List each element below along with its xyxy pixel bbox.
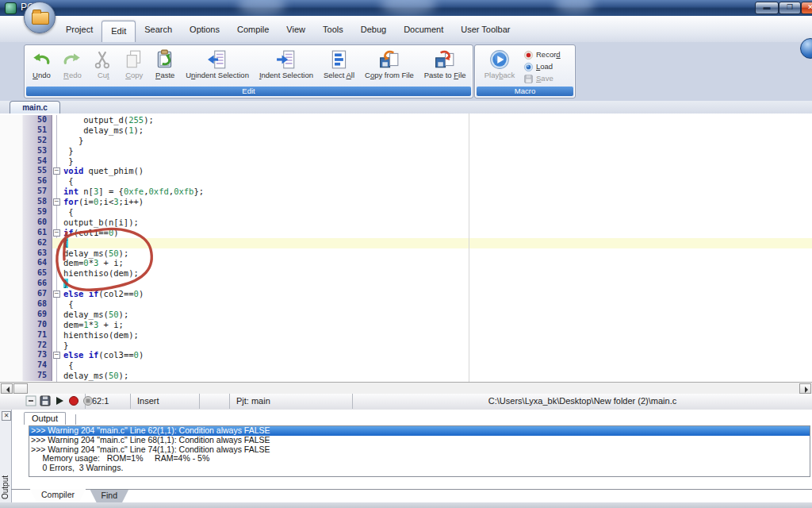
scroll-right-button[interactable] bbox=[799, 383, 811, 394]
close-output-icon[interactable]: ✕ bbox=[2, 411, 11, 421]
fold-margin bbox=[52, 146, 63, 156]
horizontal-scrollbar[interactable] bbox=[0, 382, 812, 394]
insert-mode: Insert bbox=[131, 394, 200, 409]
code-line-65[interactable]: 65hienthiso(dem); bbox=[0, 268, 812, 279]
code-line-50[interactable]: 50 output_d(255); bbox=[0, 115, 812, 125]
menu-tab-project[interactable]: Project bbox=[57, 21, 102, 37]
output-tab[interactable]: Output bbox=[24, 412, 66, 425]
menu-tab-user-toolbar[interactable]: User Toolbar bbox=[452, 21, 519, 37]
minimize-button[interactable]: ▬ bbox=[755, 2, 779, 14]
code-line-72[interactable]: 72} bbox=[0, 341, 812, 351]
compiler-message[interactable]: Memory usage: ROM=1% RAM=4% - 5% bbox=[29, 454, 810, 464]
right-arrow-icon bbox=[805, 387, 811, 393]
code-text: { bbox=[63, 238, 812, 248]
code-line-75[interactable]: 75delay_ms(50); bbox=[0, 371, 812, 381]
fold-margin bbox=[52, 330, 63, 341]
output-footer bbox=[0, 502, 812, 508]
code-text: } bbox=[63, 341, 812, 351]
compiler-message-list[interactable]: >>> Warning 204 "main.c" Line 62(1,1): C… bbox=[29, 425, 810, 477]
edit-group-panel: UndoRedoCutCopyPasteUnindent SelectionIn… bbox=[24, 44, 473, 98]
code-line-53[interactable]: 53 } bbox=[0, 146, 812, 156]
load-button[interactable]: Load bbox=[523, 60, 573, 72]
app-icon bbox=[5, 2, 17, 14]
code-line-68[interactable]: 68 { bbox=[0, 299, 812, 310]
ribbon: UndoRedoCutCopyPasteUnindent SelectionIn… bbox=[0, 42, 812, 101]
fold-margin bbox=[52, 268, 63, 279]
menu-tab-search[interactable]: Search bbox=[136, 21, 181, 37]
code-line-52[interactable]: 52 } bbox=[0, 136, 812, 146]
bottom-tab-compiler[interactable]: Compiler bbox=[30, 489, 86, 502]
unindent-button[interactable]: Unindent Selection bbox=[181, 47, 255, 85]
code-line-70[interactable]: 70dem=1*3 + i; bbox=[0, 320, 812, 330]
menu-tab-document[interactable]: Document bbox=[395, 21, 452, 37]
pastefile-label: Paste to File bbox=[424, 71, 466, 79]
code-text: else if(col3==0) bbox=[63, 350, 812, 360]
fold-collapse-icon[interactable]: – bbox=[53, 198, 60, 206]
bottom-tab-find[interactable]: Find bbox=[90, 490, 128, 502]
undo-icon bbox=[31, 49, 52, 70]
line-number: 61 bbox=[0, 228, 52, 238]
save-button[interactable]: Save bbox=[523, 72, 573, 84]
code-line-55[interactable]: 55–void quet_phim() bbox=[0, 166, 812, 176]
cut-button[interactable]: Cut bbox=[88, 47, 119, 85]
selectall-button[interactable]: Select All bbox=[318, 47, 359, 85]
code-line-73[interactable]: 73–else if(col3==0) bbox=[0, 350, 812, 360]
paste-button[interactable]: Paste bbox=[150, 47, 181, 85]
menu-tab-compile[interactable]: Compile bbox=[228, 21, 278, 37]
maximize-button[interactable]: ❐ bbox=[779, 2, 801, 14]
fold-margin bbox=[52, 371, 63, 381]
app-menu-button[interactable] bbox=[24, 2, 56, 33]
fold-collapse-icon[interactable]: – bbox=[53, 167, 60, 175]
code-line-71[interactable]: 71hienthiso(dem); bbox=[0, 330, 812, 341]
glass-highlight bbox=[381, 0, 436, 14]
code-line-66[interactable]: 66} bbox=[0, 279, 812, 289]
code-text: } bbox=[63, 136, 812, 146]
compiler-message[interactable]: >>> Warning 204 "main.c" Line 68(1,1): C… bbox=[29, 436, 810, 445]
tab-main-c[interactable]: main.c bbox=[10, 101, 60, 114]
playback-button[interactable]: Playback bbox=[477, 47, 523, 85]
fold-collapse-icon[interactable]: – bbox=[53, 352, 60, 359]
code-line-67[interactable]: 67–else if(col2==0) bbox=[0, 289, 812, 299]
fold-collapse-icon[interactable]: – bbox=[53, 291, 60, 298]
code-line-74[interactable]: 74 { bbox=[0, 360, 812, 371]
copy-button[interactable]: Copy bbox=[119, 47, 150, 85]
output-vertical-label: Output bbox=[1, 475, 10, 499]
fold-collapse-icon[interactable]: – bbox=[53, 229, 60, 237]
menu-tab-debug[interactable]: Debug bbox=[352, 21, 395, 37]
menu-tab-edit[interactable]: Edit bbox=[102, 21, 136, 43]
collapse-icon[interactable] bbox=[25, 395, 36, 408]
scroll-left-button[interactable] bbox=[1, 383, 13, 394]
copyfile-button[interactable]: Copy from File bbox=[360, 47, 419, 85]
code-editor[interactable]: 50 output_d(255);51 delay_ms(1);52 }53 }… bbox=[0, 114, 812, 382]
undo-button[interactable]: Undo bbox=[26, 47, 57, 85]
code-line-56[interactable]: 56 { bbox=[0, 176, 812, 187]
code-line-58[interactable]: 58–for(i=0;i<3;i++) bbox=[0, 197, 812, 207]
save-icon[interactable] bbox=[40, 395, 51, 408]
code-line-61[interactable]: 61–if(col1==0) bbox=[0, 228, 812, 238]
code-line-51[interactable]: 51 delay_ms(1); bbox=[0, 125, 812, 136]
code-line-59[interactable]: 59 { bbox=[0, 207, 812, 217]
compiler-message[interactable]: 0 Errors, 3 Warnings. bbox=[29, 464, 810, 473]
record-icon[interactable] bbox=[68, 395, 79, 408]
menu-tab-tools[interactable]: Tools bbox=[314, 21, 352, 37]
code-text: hienthiso(dem); bbox=[63, 330, 812, 341]
play-icon[interactable] bbox=[54, 395, 65, 408]
menu-tab-view[interactable]: View bbox=[278, 21, 314, 37]
indent-button[interactable]: Indent Selection bbox=[254, 47, 318, 85]
macro-group-panel: Playback RecordLoadSave Macro bbox=[474, 44, 576, 98]
close-button[interactable]: ✕ bbox=[801, 2, 812, 14]
redo-button[interactable]: Redo bbox=[57, 47, 88, 85]
menu-tab-options[interactable]: Options bbox=[181, 21, 228, 37]
code-line-63[interactable]: 63delay_ms(50); bbox=[0, 248, 812, 259]
code-line-69[interactable]: 69delay_ms(50); bbox=[0, 310, 812, 320]
code-text: } bbox=[63, 146, 812, 156]
code-line-54[interactable]: 54 } bbox=[0, 156, 812, 167]
code-line-57[interactable]: 57int n[3] = {0xfe,0xfd,0xfb}; bbox=[0, 187, 812, 197]
code-line-64[interactable]: 64dem=0*3 + i; bbox=[0, 258, 812, 268]
scrollbar-thumb[interactable] bbox=[13, 383, 28, 394]
pastefile-button[interactable]: Paste to File bbox=[419, 47, 471, 85]
stop-icon[interactable] bbox=[82, 395, 94, 408]
code-line-60[interactable]: 60output_b(n[i]); bbox=[0, 217, 812, 228]
code-line-62[interactable]: 62{ bbox=[0, 238, 812, 248]
record-button[interactable]: Record bbox=[523, 48, 573, 60]
